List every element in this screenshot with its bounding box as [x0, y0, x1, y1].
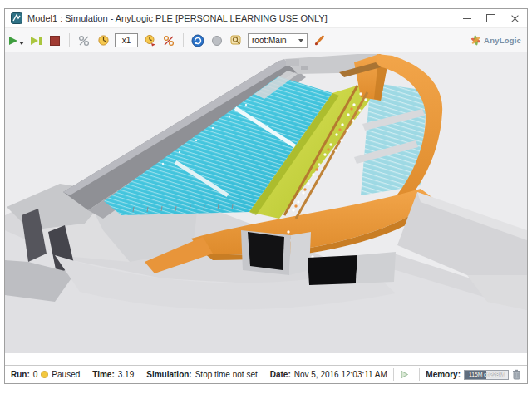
virtual-time-button[interactable] [96, 32, 111, 50]
pen-icon [313, 34, 326, 47]
time-section: Time: 3.19 [86, 368, 140, 381]
titlebar[interactable]: Model1 : Simulation - AnyLogic PLE [PERS… [5, 9, 527, 27]
toolbar-separator [183, 33, 184, 47]
app-icon [11, 12, 22, 24]
record-icon [211, 35, 223, 47]
paused-indicator-icon [41, 371, 48, 378]
real-time-clock-icon [144, 34, 156, 47]
anylogic-logo-text: AnyLogic [484, 36, 521, 45]
status-play-icon[interactable] [400, 370, 409, 379]
simulation-value: Stop time not set [195, 370, 258, 379]
dark-opening-left [248, 232, 284, 270]
run-state: Paused [52, 370, 80, 379]
run-dropdown-icon [19, 42, 24, 45]
run-label: Run: [11, 370, 30, 379]
3d-scene [5, 52, 527, 353]
simulation-3d-view[interactable] [5, 52, 527, 353]
maximize-button[interactable] [479, 9, 503, 27]
date-section: Date: Nov 5, 2016 12:03:11 AM [264, 368, 394, 381]
screenshot-root: Model1 : Simulation - AnyLogic PLE [PERS… [0, 0, 532, 399]
stop-icon [50, 36, 60, 46]
status-play-section [394, 368, 415, 381]
slow-down-button[interactable] [76, 32, 91, 50]
navigate-view-button[interactable] [190, 32, 205, 50]
run-button[interactable] [9, 32, 24, 50]
draw-button[interactable] [312, 32, 327, 50]
roof-equipment [286, 59, 299, 66]
record-button[interactable] [209, 32, 224, 50]
toolbar-separator [69, 33, 70, 47]
minimize-button[interactable] [455, 9, 479, 27]
memory-bar: 115M of 228M [464, 370, 509, 380]
statusbar: Run: 0 Paused Time: 3.19 Simulation: Sto… [5, 365, 527, 383]
view-area-icon [230, 34, 243, 47]
anylogic-simulation-window: Model1 : Simulation - AnyLogic PLE [PERS… [4, 8, 528, 384]
anylogic-logo: AnyLogic [470, 35, 523, 46]
garbage-collect-button[interactable] [512, 369, 521, 380]
viewport-margin [5, 353, 527, 365]
simulation-section: Simulation: Stop time not set [140, 368, 264, 381]
minimize-icon [463, 18, 471, 19]
chevron-down-icon [298, 39, 303, 42]
date-value: Nov 5, 2016 12:03:11 AM [294, 370, 387, 379]
stop-button[interactable] [47, 32, 62, 50]
view-selector[interactable]: root:Main [248, 33, 308, 48]
speed-up-button[interactable] [161, 32, 176, 50]
step-bar-icon [39, 37, 42, 45]
run-section: Run: 0 Paused [5, 368, 86, 381]
roof-equipment [301, 66, 308, 70]
virtual-time-clock-icon [97, 34, 110, 47]
view-selector-value: root:Main [252, 36, 298, 45]
date-label: Date: [270, 370, 291, 379]
anylogic-star-icon [470, 35, 481, 46]
time-label: Time: [92, 370, 115, 379]
memory-bar-text: 115M of 228M [465, 371, 508, 379]
simulation-label: Simulation: [146, 370, 191, 379]
close-icon [510, 14, 520, 23]
memory-label: Memory: [426, 370, 461, 379]
close-button[interactable] [503, 9, 527, 27]
step-icon [31, 37, 38, 45]
view-area-button[interactable] [229, 32, 244, 50]
speed-up-icon [163, 35, 175, 47]
run-value: 0 [33, 370, 38, 379]
window-controls [455, 9, 527, 27]
memory-section: Memory: 115M of 228M [419, 368, 527, 381]
time-value: 3.19 [118, 370, 134, 379]
simulation-toolbar: root:Main AnyLogic [5, 27, 527, 52]
step-button[interactable] [28, 32, 43, 50]
speed-input[interactable] [115, 33, 138, 47]
real-time-button[interactable] [142, 32, 157, 50]
refresh-view-icon [191, 34, 204, 47]
window-title: Model1 : Simulation - AnyLogic PLE [PERS… [27, 13, 328, 23]
dark-opening-right [308, 255, 357, 285]
run-icon [9, 37, 17, 45]
maximize-icon [486, 14, 495, 22]
slow-down-icon [78, 35, 90, 47]
